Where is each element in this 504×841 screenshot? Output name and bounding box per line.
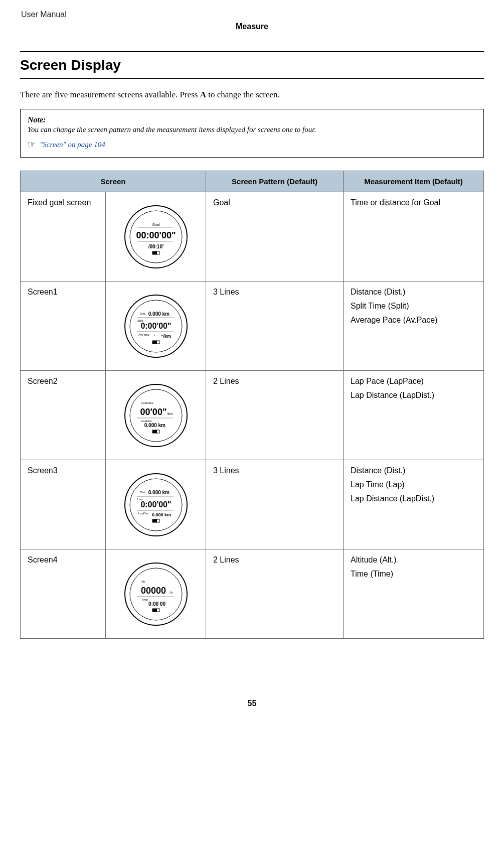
svg-rect-52: [152, 609, 157, 612]
svg-text:Time: Time: [141, 598, 148, 601]
screen-label: Screen4: [21, 549, 106, 639]
doc-header: User Manual: [20, 10, 484, 19]
note-box: Note: You can change the screen pattern …: [20, 109, 484, 158]
watch-face-icon: Dist. 0.000 km Split 0:00'00" Av.Pace _ …: [123, 294, 189, 359]
screen-pattern: 3 Lines: [206, 282, 344, 371]
measurement-items: Distance (Dist.)Split Time (Split)Averag…: [344, 282, 484, 371]
th-measure: Measurement Item (Default): [344, 171, 484, 192]
measurement-item: Split Time (Split): [351, 302, 476, 311]
svg-rect-8: [152, 251, 157, 254]
svg-text:0:00 00: 0:00 00: [148, 601, 165, 607]
svg-text:/km: /km: [166, 412, 172, 415]
intro-post: to change the screen.: [206, 90, 280, 99]
svg-rect-20: [152, 341, 157, 344]
watch-face-icon: Goal 00:00'00" /00:10': [123, 204, 189, 269]
screen-pattern: 3 Lines: [206, 460, 344, 549]
table-row: Screen2 LapPace 00'00" /km LapDist. 0.00…: [21, 371, 484, 460]
svg-text:Dist.: Dist.: [140, 312, 146, 315]
pointing-hand-icon: ☞: [28, 139, 36, 150]
measurement-item: Lap Distance (LapDist.): [351, 494, 476, 503]
svg-text:0.000 km: 0.000 km: [151, 512, 171, 517]
screen-pattern: 2 Lines: [206, 371, 344, 460]
measurement-items: Distance (Dist.)Lap Time (Lap)Lap Distan…: [344, 460, 484, 549]
svg-text:/00:10': /00:10': [148, 244, 163, 249]
screen-label: Screen3: [21, 460, 106, 549]
svg-text:LapPace: LapPace: [141, 401, 153, 404]
screen-pattern: 2 Lines: [206, 549, 344, 639]
svg-text:00:00'00": 00:00'00": [136, 230, 176, 240]
watch-face-icon: LapPace 00'00" /km LapDist. 0.000 km: [123, 383, 189, 448]
svg-text:Goal: Goal: [152, 223, 159, 226]
svg-text:0:00'00": 0:00'00": [140, 500, 171, 509]
intro-text: There are five measurement screens avail…: [20, 90, 484, 100]
top-rule: [20, 51, 484, 52]
screen-image: LapPace 00'00" /km LapDist. 0.000 km: [106, 371, 206, 460]
screen-image: Alt. 00000 m Time 0:00 00: [106, 549, 206, 639]
note-link[interactable]: ☞ "Screen" on page 104: [28, 139, 476, 150]
svg-rect-30: [152, 430, 157, 433]
svg-text:00'00": 00'00": [140, 407, 166, 417]
svg-text:0.000 km: 0.000 km: [148, 490, 169, 495]
measurement-item: Time or distance for Goal: [351, 198, 476, 207]
svg-text:0.000 km: 0.000 km: [144, 423, 165, 428]
svg-text:0.000 km: 0.000 km: [148, 311, 169, 317]
svg-text:LapDist.: LapDist.: [138, 512, 149, 515]
measurement-item: Lap Pace (LapPace): [351, 377, 476, 386]
th-pattern: Screen Pattern (Default): [206, 171, 344, 192]
screens-table: Screen Screen Pattern (Default) Measurem…: [20, 171, 484, 639]
note-text: You can change the screen pattern and th…: [28, 125, 476, 134]
svg-text:00000: 00000: [140, 586, 165, 596]
note-link-text: "Screen" on page 104: [40, 141, 105, 149]
page-title: Screen Display: [20, 57, 484, 73]
table-row: Fixed goal screen Goal 00:00'00" /00:10'…: [21, 192, 484, 282]
title-underline: [20, 78, 484, 79]
measurement-item: Altitude (Alt.): [351, 555, 476, 565]
svg-rect-42: [152, 519, 157, 522]
svg-text:0:00'00": 0:00'00": [140, 322, 171, 330]
measurement-item: Lap Distance (LapDist.): [351, 391, 476, 400]
table-header-row: Screen Screen Pattern (Default) Measurem…: [21, 171, 484, 192]
screen-pattern: Goal: [206, 192, 344, 282]
svg-text:m: m: [170, 591, 173, 594]
screen-image: Dist. 0.000 km Split 0:00'00" Av.Pace _ …: [106, 282, 206, 371]
screen-label: Screen1: [21, 282, 106, 371]
screen-label: Fixed goal screen: [21, 192, 106, 282]
intro-pre: There are five measurement screens avail…: [20, 90, 200, 99]
measurement-item: Distance (Dist.): [351, 288, 476, 297]
screen-image: Dist. 0.000 km Lap 0:00'00" LapDist. 0.0…: [106, 460, 206, 549]
th-screen: Screen: [21, 171, 206, 192]
svg-text:Alt.: Alt.: [141, 580, 146, 583]
section-tag: Measure: [20, 22, 484, 31]
svg-text:_ _'_ _"/km: _ _'_ _"/km: [147, 334, 171, 339]
watch-face-icon: Dist. 0.000 km Lap 0:00'00" LapDist. 0.0…: [123, 472, 189, 537]
watch-face-icon: Alt. 00000 m Time 0:00 00: [123, 562, 189, 627]
intro-button-label: A: [200, 90, 206, 99]
measurement-items: Lap Pace (LapPace)Lap Distance (LapDist.…: [344, 371, 484, 460]
measurement-item: Time (Time): [351, 570, 476, 579]
measurement-item: Distance (Dist.): [351, 466, 476, 475]
table-row: Screen3 Dist. 0.000 km Lap 0:00'00" LapD…: [21, 460, 484, 549]
svg-text:Dist.: Dist.: [140, 491, 146, 494]
screen-image: Goal 00:00'00" /00:10': [106, 192, 206, 282]
table-row: Screen1 Dist. 0.000 km Split 0:00'00" Av…: [21, 282, 484, 371]
measurement-item: Lap Time (Lap): [351, 480, 476, 489]
measurement-items: Altitude (Alt.)Time (Time): [344, 549, 484, 639]
measurement-items: Time or distance for Goal: [344, 192, 484, 282]
screen-label: Screen2: [21, 371, 106, 460]
page-number: 55: [20, 699, 484, 708]
table-row: Screen4 Alt. 00000 m Time 0:00 00 2 Line…: [21, 549, 484, 639]
note-title: Note:: [28, 115, 476, 124]
measurement-item: Average Pace (Av.Pace): [351, 316, 476, 325]
